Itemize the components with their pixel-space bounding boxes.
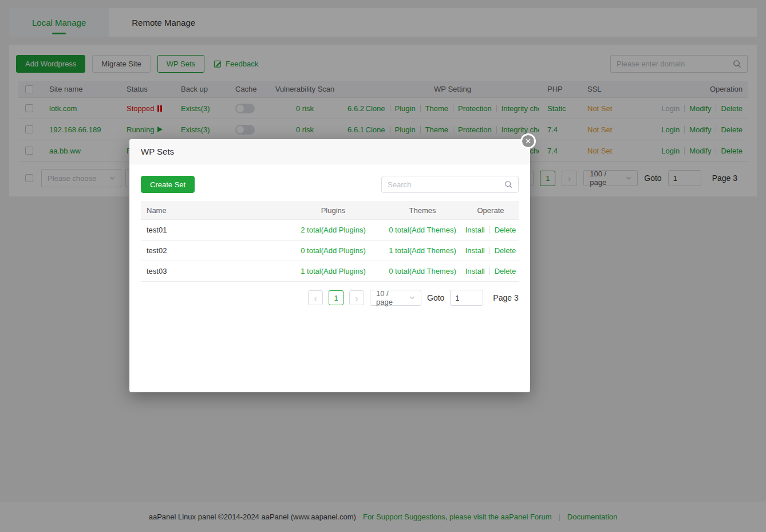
wp-sets-table: Name Plugins Themes Operate test01 2 tot… bbox=[141, 201, 519, 282]
divider bbox=[489, 267, 490, 275]
divider bbox=[489, 247, 490, 254]
set-row-test01: test01 2 total(Add Plugins) 0 total(Add … bbox=[141, 220, 519, 241]
goto-page-input[interactable] bbox=[450, 290, 483, 306]
wp-sets-table-header: Name Plugins Themes Operate bbox=[141, 201, 519, 220]
modal-title: WP Sets bbox=[141, 147, 174, 156]
wp-sets-modal: ✕ WP Sets Create Set Name Plugins Themes… bbox=[129, 139, 530, 392]
plugins-link[interactable]: 1 total(Add Plugins) bbox=[301, 267, 365, 275]
set-name: test02 bbox=[141, 246, 284, 255]
create-set-button[interactable]: Create Set bbox=[141, 176, 195, 193]
divider bbox=[489, 226, 490, 234]
plugins-link[interactable]: 2 total(Add Plugins) bbox=[301, 226, 365, 234]
themes-link[interactable]: 0 total(Add Themes) bbox=[389, 267, 456, 275]
modal-pagination: ‹ 1 › 10 / page Goto Page 3 bbox=[308, 290, 519, 306]
next-page-button[interactable]: › bbox=[349, 290, 364, 305]
plugins-link[interactable]: 0 total(Add Plugins) bbox=[301, 246, 365, 255]
col-plugins: Plugins bbox=[284, 206, 382, 215]
goto-label: Goto bbox=[427, 293, 444, 302]
themes-link[interactable]: 0 total(Add Themes) bbox=[389, 226, 456, 234]
col-operate: Operate bbox=[463, 206, 519, 215]
set-search-input[interactable] bbox=[388, 180, 504, 189]
set-row-test02: test02 0 total(Add Plugins) 1 total(Add … bbox=[141, 241, 519, 261]
delete-link[interactable]: Delete bbox=[495, 267, 516, 275]
set-search-box bbox=[381, 176, 519, 193]
chevron-down-icon bbox=[409, 295, 415, 301]
per-page-select[interactable]: 10 / page bbox=[370, 290, 421, 306]
delete-link[interactable]: Delete bbox=[495, 226, 516, 234]
close-icon[interactable]: ✕ bbox=[520, 133, 536, 149]
col-themes: Themes bbox=[382, 206, 463, 215]
page-info: Page 3 bbox=[493, 293, 518, 302]
search-icon[interactable] bbox=[504, 180, 512, 188]
delete-link[interactable]: Delete bbox=[495, 246, 516, 255]
col-name: Name bbox=[141, 206, 284, 215]
per-page-value: 10 / page bbox=[376, 289, 405, 306]
set-name: test01 bbox=[141, 226, 284, 234]
themes-link[interactable]: 1 total(Add Themes) bbox=[389, 246, 456, 255]
set-row-test03: test03 1 total(Add Plugins) 0 total(Add … bbox=[141, 261, 519, 282]
set-name: test03 bbox=[141, 267, 284, 275]
modal-header: WP Sets bbox=[129, 139, 530, 164]
current-page-button[interactable]: 1 bbox=[329, 290, 343, 305]
install-link[interactable]: Install bbox=[465, 267, 485, 275]
prev-page-button[interactable]: ‹ bbox=[308, 290, 323, 305]
install-link[interactable]: Install bbox=[465, 226, 485, 234]
install-link[interactable]: Install bbox=[465, 246, 485, 255]
